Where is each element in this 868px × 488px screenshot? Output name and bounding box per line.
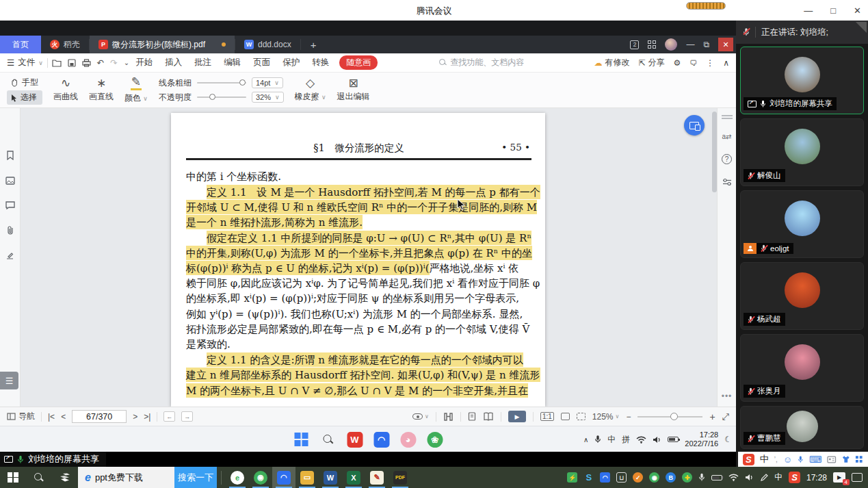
participant-tile[interactable]: eoljgt [740,190,864,258]
adjust-sliders-icon[interactable] [722,178,732,186]
help-icon[interactable]: ? [722,154,732,164]
wps-minimize-icon[interactable]: — [686,40,694,49]
app-wechat[interactable]: ◉ [249,467,272,488]
win11-search-button[interactable] [320,431,337,448]
history-forward-button[interactable]: → [181,411,193,422]
tray-sogou-icon[interactable]: S [583,472,594,483]
cloud-status[interactable]: ☁ 有修改 [594,57,629,68]
zoom-level-dropdown[interactable]: 125%∨ [592,412,620,422]
menu-convert[interactable]: 转换 [306,57,335,68]
history-back-button[interactable]: ← [163,411,175,422]
comment-bubble-icon[interactable]: 🗨 [689,59,697,67]
app-notes[interactable]: ✎ [365,467,389,488]
ime-mode-cn[interactable]: 中 [760,453,769,465]
opacity-slider[interactable] [197,97,246,98]
tray-wechat-icon[interactable]: ◉ [649,472,659,483]
tray-usb-icon[interactable]: ⚡ [567,472,577,483]
ime-punct-icon[interactable]: ’, [774,456,778,463]
tray-bluetooth-icon[interactable]: B [666,472,676,483]
id-card-icon[interactable] [827,456,836,463]
tray-360-safe-icon[interactable]: ✚ [682,472,692,483]
hand-tool[interactable]: 手型 [7,75,42,90]
prev-page-button[interactable]: < [61,412,66,422]
draw-curve-tool[interactable]: ∿ 画曲线 [53,77,78,103]
tray-meeting-icon[interactable]: ◠ [600,472,610,483]
menu-insert[interactable]: 插入 [159,57,188,68]
select-tool[interactable]: 选择 [7,90,42,105]
redo-icon[interactable]: ↷ [110,57,117,68]
nav-panel-toggle[interactable]: 导航 [7,411,35,422]
settings-gear-icon[interactable]: ⚙ [673,58,681,68]
tray-ime-cn[interactable]: 中 [774,472,782,483]
participant-tile[interactable]: 杨武超 [740,262,864,330]
video-app-icon[interactable]: ▶4 [833,472,845,483]
menu-start[interactable]: 开始 [129,57,159,68]
page-indicator-input[interactable]: 67/370 [72,410,127,423]
draw-line-tool[interactable]: ∗ 画直线 [89,77,114,103]
win11-meeting-app[interactable]: ◠ [373,431,390,448]
stamp-icon[interactable] [5,251,14,260]
participant-tile[interactable]: 张奥月 [740,334,864,402]
menu-edit[interactable]: 编辑 [218,57,247,68]
wps-restore-icon[interactable]: ⧉ [703,40,709,49]
wps-close-icon[interactable]: ✕ [718,38,733,51]
search-go-button[interactable]: 搜索一下 [174,467,217,488]
share-button[interactable]: ⇱ 分享 [638,57,664,68]
actual-size-button[interactable]: 1:1 [540,412,554,421]
image-icon[interactable] [5,177,15,185]
ime-pinyin-indicator[interactable]: 拼 [622,434,630,446]
tray-usb-drive-icon[interactable]: ⊔ [616,472,627,483]
menu-annotate[interactable]: 批注 [188,57,218,68]
tray-360-icon[interactable]: ✓ [633,472,643,483]
night-mode-icon[interactable]: ☾ [724,435,732,444]
toolbox-grid-icon[interactable] [855,455,863,463]
tray-wifi-icon[interactable] [728,474,739,481]
save-icon[interactable] [68,59,76,67]
volume-icon[interactable] [653,436,661,444]
ime-cn-indicator[interactable]: 中 [607,434,616,446]
skin-shirt-icon[interactable] [842,455,850,463]
app-file-explorer[interactable]: ▭ [295,467,319,488]
taskbar-search-button[interactable] [26,467,52,488]
tray-sogou-logo[interactable]: S [789,472,800,483]
tab-docer[interactable]: 火 稻壳 [41,36,89,53]
zoom-slider-thumb[interactable] [670,413,678,420]
thickness-slider[interactable] [197,82,246,84]
close-button[interactable]: ✕ [854,5,861,16]
toc-toggle[interactable]: ☰ [0,372,18,389]
fit-width-icon[interactable] [561,413,570,420]
wifi-icon[interactable] [636,436,646,444]
win11-green-app[interactable]: ❀ [427,431,443,448]
vertical-scrollbar[interactable] [712,112,717,192]
voice-input-icon[interactable] [798,455,804,464]
reader-mode-icon[interactable] [443,413,453,421]
tab-home[interactable]: 首页 [0,36,41,53]
start-button[interactable] [0,467,26,488]
action-center-icon[interactable] [852,473,863,482]
minimize-button[interactable]: — [804,5,813,16]
participant-tile[interactable]: 解俊山 [740,118,864,186]
soft-keyboard-icon[interactable]: ⌨ [809,454,822,465]
menu-page[interactable]: 页面 [247,57,276,68]
menu-freedraw[interactable]: 随意画 [339,55,378,70]
mic-icon[interactable] [594,435,601,444]
tray-pen-icon[interactable] [760,474,768,482]
translate-icon[interactable]: a⇄ [722,133,732,140]
tab-switcher-icon[interactable]: 2 [630,40,639,49]
app-360-browser[interactable]: e [226,467,249,488]
win11-pink-app[interactable]: ◕ [400,431,417,448]
collapse-ribbon-icon[interactable]: ∧ [723,58,729,68]
more-tools-icon[interactable]: ••• [718,391,736,401]
muted-mic-icon[interactable] [743,27,750,37]
presentation-play-button[interactable]: ▶ [508,411,526,422]
shared-clock[interactable]: 17:28 2022/7/16 [685,431,718,448]
more-menu-icon[interactable]: ⋮ [706,58,714,68]
tab-docx-document[interactable]: W ddd.docx [235,36,300,53]
zoom-out-button[interactable]: − [626,412,631,422]
tray-volume-icon[interactable] [745,474,754,481]
eraser-tool[interactable]: ◇ 橡皮擦 ∨ [295,77,326,103]
open-folder-icon[interactable] [52,59,62,67]
color-tool[interactable]: ✎ 颜色 ∨ [124,76,148,104]
print-icon[interactable] [82,59,91,67]
undo-icon[interactable]: ↶ [97,57,104,68]
